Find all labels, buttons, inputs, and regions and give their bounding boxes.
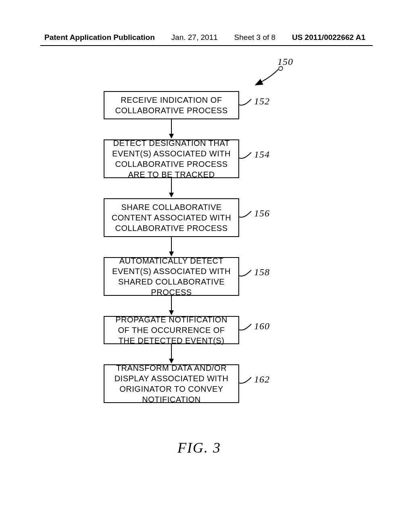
leader-curve-icon — [239, 324, 255, 336]
step-ref: 162 — [254, 374, 270, 385]
arrow-down-icon — [169, 119, 174, 139]
flow-step-text: AUTOMATICALLY DETECT EVENT(S) ASSOCIATED… — [108, 256, 234, 297]
leader-curve-icon — [239, 270, 255, 282]
flow-step-154: DETECT DESIGNATION THAT EVENT(S) ASSOCIA… — [104, 139, 239, 178]
flow-step-156: SHARE COLLABORATIVE CONTENT ASSOCIATED W… — [104, 198, 239, 237]
step-ref: 158 — [254, 267, 270, 278]
flow-step-text: DETECT DESIGNATION THAT EVENT(S) ASSOCIA… — [108, 138, 234, 180]
step-ref: 160 — [254, 321, 270, 332]
leader-curve-icon — [239, 152, 255, 164]
leader-curve-icon — [239, 211, 255, 223]
flow-step-text: PROPAGATE NOTIFICATION OF THE OCCURRENCE… — [108, 314, 234, 346]
flow-step-158: AUTOMATICALLY DETECT EVENT(S) ASSOCIATED… — [104, 257, 239, 296]
flow-step-152: RECEIVE INDICATION OF COLLABORATIVE PROC… — [104, 91, 239, 119]
flow-step-text: TRANSFORM DATA AND/OR DISPLAY ASSOCIATED… — [108, 363, 234, 405]
leader-curve-icon — [239, 377, 255, 389]
arrow-down-icon — [169, 296, 174, 316]
figure-label: FIG. 3 — [177, 439, 221, 456]
leader-curve-icon — [239, 99, 255, 111]
flow-step-160: PROPAGATE NOTIFICATION OF THE OCCURRENCE… — [104, 316, 239, 344]
arrow-down-icon — [169, 344, 174, 364]
arrow-down-icon — [169, 178, 174, 198]
step-ref: 156 — [254, 208, 270, 219]
flow-step-text: SHARE COLLABORATIVE CONTENT ASSOCIATED W… — [108, 202, 234, 233]
flow-step-162: TRANSFORM DATA AND/OR DISPLAY ASSOCIATED… — [104, 364, 239, 403]
flowchart: 150 RECEIVE INDICATION OF COLLABORATIVE … — [0, 0, 413, 532]
step-ref: 154 — [254, 149, 270, 160]
arrow-down-icon — [169, 237, 174, 257]
ref-arrow-icon — [250, 64, 286, 89]
flow-step-text: RECEIVE INDICATION OF COLLABORATIVE PROC… — [108, 95, 234, 116]
step-ref: 152 — [254, 96, 270, 107]
